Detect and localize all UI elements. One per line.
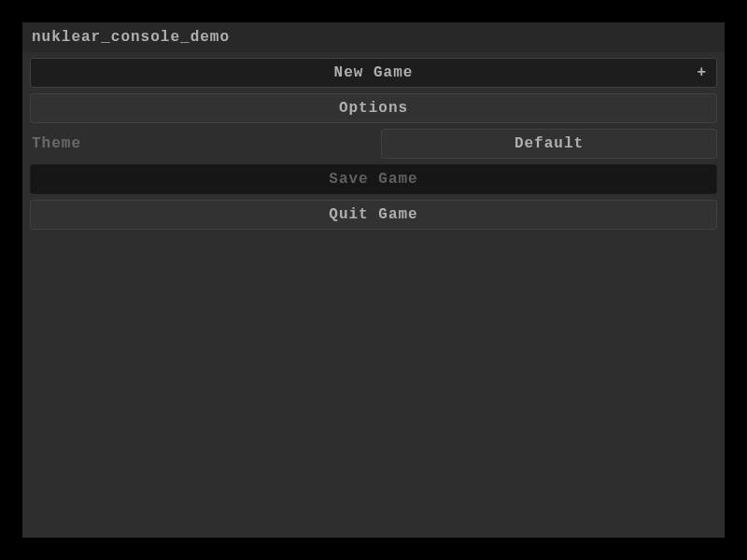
window-title: nuklear_console_demo [32,29,230,46]
theme-select[interactable]: Default [381,129,717,159]
new-game-button[interactable]: New Game + [30,58,717,88]
menu-content: New Game + Options Theme Default Save Ga… [22,52,725,538]
theme-label: Theme [30,129,374,159]
theme-value: Default [514,135,584,152]
plus-icon: + [697,64,707,81]
save-game-button: Save Game [30,164,717,194]
options-button[interactable]: Options [30,93,717,123]
theme-row: Theme Default [30,129,717,159]
main-window: nuklear_console_demo New Game + Options … [22,22,725,538]
options-label: Options [339,100,408,117]
window-titlebar: nuklear_console_demo [22,22,725,52]
quit-game-button[interactable]: Quit Game [30,200,717,230]
quit-game-label: Quit Game [329,206,417,223]
save-game-label: Save Game [329,171,417,188]
new-game-label: New Game [334,64,414,81]
